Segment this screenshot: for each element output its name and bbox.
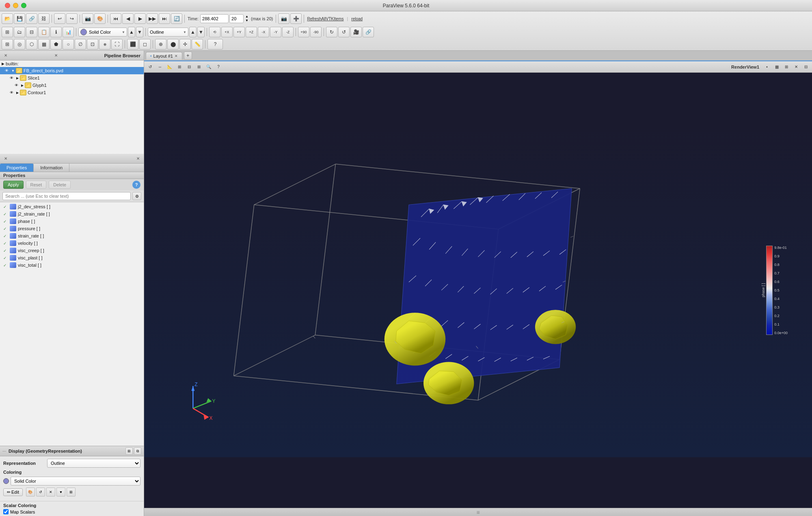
apply-button[interactable]: Apply <box>3 181 24 189</box>
cmap-btn-2[interactable]: ↺ <box>36 488 45 497</box>
vp-btn-1[interactable]: ↺ <box>146 63 155 71</box>
t3-btn11[interactable]: ⬛ <box>127 39 138 50</box>
vp-layout-1[interactable]: ▪ <box>762 63 771 71</box>
minimize-button[interactable] <box>13 3 18 8</box>
loop-button[interactable]: 🔄 <box>171 13 182 24</box>
memory-btn[interactable]: 📊 <box>63 27 74 37</box>
vp-expand[interactable]: ⊟ <box>801 63 810 71</box>
tab-information[interactable]: Information <box>34 164 69 172</box>
vp-layout-2[interactable]: ▦ <box>772 63 781 71</box>
pipeline-close-2[interactable]: ✕ <box>54 53 58 58</box>
edit-button[interactable]: ✏ Edit <box>3 488 23 496</box>
cmap-btn-3[interactable]: ✕ <box>46 488 55 497</box>
list-item-visc-total[interactable]: ✓ visc_total [ ] <box>0 261 144 269</box>
frame-up-btn[interactable]: ▲ <box>245 15 248 19</box>
t3-btn1[interactable]: ⊞ <box>2 39 13 50</box>
display-copy-btn[interactable]: ⧉ <box>134 447 141 455</box>
eye-icon-0[interactable]: 👁 <box>5 69 9 73</box>
props-close-1[interactable]: ✕ <box>3 156 8 161</box>
step-back-button[interactable]: ◀ <box>122 13 134 24</box>
camera-z-btn[interactable]: +Z <box>246 27 257 37</box>
open-button[interactable]: 📂 <box>2 13 13 24</box>
map-scalars-checkbox[interactable] <box>3 509 9 514</box>
list-item-pressure[interactable]: ✓ pressure [ ] <box>0 225 144 232</box>
pipeline-item-3[interactable]: 👁 ▶ 📁 Contour1 <box>0 89 144 96</box>
tab-close-btn[interactable]: ✕ <box>175 54 178 58</box>
vp-btn-8[interactable]: ? <box>214 63 223 71</box>
pipeline-builtin[interactable]: ▶ builtin: <box>0 60 144 67</box>
vp-btn-5[interactable]: ⊟ <box>185 63 194 71</box>
outline-dropdown[interactable]: Outline ▼ <box>148 28 188 37</box>
camera-ym-btn[interactable]: -Y <box>270 27 281 37</box>
t3-btn16[interactable]: 📏 <box>192 39 203 50</box>
list-item-j2-dev[interactable]: ✓ j2_dev_stress [ ] <box>0 203 144 210</box>
skip-start-button[interactable]: ⏮ <box>110 13 121 24</box>
step-fwd-button[interactable]: ▶▶ <box>147 13 158 24</box>
grid-button[interactable]: ⊞ <box>2 27 13 37</box>
pipeline-browser-btn[interactable]: 🗂 <box>14 27 25 37</box>
close-button[interactable] <box>5 3 10 8</box>
props-btn[interactable]: 📋 <box>38 27 50 37</box>
camera-x-btn[interactable]: +X <box>221 27 233 37</box>
maximize-button[interactable] <box>21 3 26 8</box>
delete-button[interactable]: Delete <box>49 181 71 189</box>
eye-icon-1[interactable]: 👁 <box>10 76 13 80</box>
list-item-visc-plast[interactable]: ✓ visc_plast [ ] <box>0 254 144 261</box>
frame-input[interactable] <box>229 14 244 23</box>
t3-btn3[interactable]: ⬡ <box>26 39 37 50</box>
representation-select[interactable]: Outline <box>47 459 140 468</box>
cmap-btn-1[interactable]: 🎨 <box>26 488 35 497</box>
refresh-label[interactable]: RefreshAllVTKItems <box>307 17 343 21</box>
vp-btn-6[interactable]: ⊞ <box>194 63 203 71</box>
reset-button[interactable]: Reset <box>26 181 47 189</box>
vp-btn-4[interactable]: ⊞ <box>175 63 184 71</box>
list-item-strain-rate[interactable]: ✓ strain_rate [ ] <box>0 232 144 240</box>
list-item-visc-creep[interactable]: ✓ visc_creep [ ] <box>0 247 144 254</box>
t3-btn8[interactable]: ⊡ <box>87 39 98 50</box>
list-item-phase[interactable]: ✓ phase [ ] <box>0 218 144 225</box>
vp-layout-3[interactable]: ⊞ <box>782 63 791 71</box>
time-input[interactable] <box>200 14 229 23</box>
vp-btn-2[interactable]: ↔ <box>155 63 164 71</box>
t3-btn2[interactable]: ◎ <box>14 39 25 50</box>
rot-minus90-btn[interactable]: -90 <box>310 27 322 37</box>
reload-label[interactable]: reload <box>351 17 363 21</box>
vp-btn-3[interactable]: 📐 <box>165 63 174 71</box>
undo-button[interactable]: ↩ <box>54 13 65 24</box>
redo-button[interactable]: ↪ <box>66 13 78 24</box>
t3-btn7[interactable]: ∅ <box>75 39 86 50</box>
solid-color-dropdown[interactable]: Solid Color ▼ <box>78 28 127 37</box>
pipeline-item-1[interactable]: 👁 ▶ 📁 Slice1 <box>0 74 144 82</box>
camera-xm-btn[interactable]: -X <box>258 27 269 37</box>
eye-icon-2[interactable]: 👁 <box>15 83 18 87</box>
list-item-j2-strain[interactable]: ✓ j2_strain_rate [ ] <box>0 210 144 218</box>
t3-btn13[interactable]: ⊕ <box>155 39 166 50</box>
t3-btn12[interactable]: ◻ <box>139 39 151 50</box>
skip-end-button[interactable]: ⏭ <box>159 13 170 24</box>
vp-btn-7[interactable]: 🔍 <box>204 63 213 71</box>
t3-btn4[interactable]: ▦ <box>38 39 50 50</box>
orbit-btn[interactable]: ↻ <box>326 27 337 37</box>
camera-y-btn[interactable]: +Y <box>233 27 245 37</box>
t3-btn6[interactable]: ○ <box>63 39 74 50</box>
coloring-select[interactable]: Solid Color <box>11 477 140 486</box>
outline-down-btn[interactable]: ▼ <box>197 27 205 37</box>
camera-link-btn[interactable]: 🔗 <box>363 27 374 37</box>
camera-3d-btn[interactable]: 🎥 <box>350 27 362 37</box>
add-camera-button[interactable]: ➕ <box>290 13 302 24</box>
info-btn[interactable]: ℹ <box>50 27 62 37</box>
props-close-2[interactable]: ✕ <box>136 156 140 161</box>
t3-btn9[interactable]: ⎈ <box>99 39 110 50</box>
color-up-btn[interactable]: ▲ <box>128 27 135 37</box>
tab-properties[interactable]: Properties <box>0 164 34 172</box>
t3-btn5[interactable]: ⬟ <box>50 39 62 50</box>
connect-button[interactable]: 🔗 <box>26 13 37 24</box>
rot-plus90-btn[interactable]: +90 <box>298 27 309 37</box>
t3-btn10[interactable]: ⛶ <box>111 39 123 50</box>
frame-down-btn[interactable]: ▼ <box>245 19 248 23</box>
add-tab-button[interactable]: + <box>184 52 192 60</box>
pipeline-close-1[interactable]: ✕ <box>3 53 8 58</box>
display-options-btn[interactable]: ⊞ <box>125 447 133 455</box>
play-button[interactable]: ▶ <box>134 13 146 24</box>
display-header[interactable]: — Display (GeometryRepresentation) ⊞ ⧉ <box>0 446 144 456</box>
